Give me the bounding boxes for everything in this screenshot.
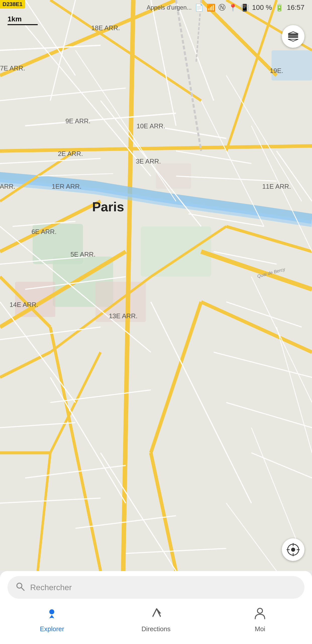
- explorer-label: Explorer: [40, 625, 64, 633]
- svg-text:5E ARR.: 5E ARR.: [70, 251, 96, 258]
- svg-text:11E ARR.: 11E ARR.: [262, 183, 291, 190]
- svg-rect-7: [272, 50, 312, 80]
- bottom-panel: Rechercher Explorer Directions: [0, 571, 312, 644]
- layers-button[interactable]: [282, 25, 304, 48]
- svg-point-107: [49, 609, 54, 614]
- svg-text:ARR.: ARR.: [0, 183, 15, 190]
- svg-marker-98: [288, 39, 298, 41]
- svg-text:2E ARR.: 2E ARR.: [58, 150, 83, 157]
- svg-text:7E ARR.: 7E ARR.: [0, 64, 25, 72]
- badge-text: D238E1: [3, 1, 23, 7]
- svg-text:19E.: 19E.: [270, 67, 283, 74]
- svg-text:6E ARR.: 6E ARR.: [31, 228, 57, 235]
- svg-rect-96: [288, 36, 298, 38]
- svg-text:Paris: Paris: [92, 199, 124, 214]
- svg-marker-97: [288, 32, 298, 34]
- svg-rect-3: [141, 226, 211, 277]
- nav-item-directions[interactable]: Directions: [104, 606, 208, 633]
- svg-text:3E ARR.: 3E ARR.: [136, 157, 161, 165]
- scale-text: 1km: [8, 15, 38, 23]
- search-icon: [15, 581, 25, 594]
- svg-text:18E ARR.: 18E ARR.: [91, 24, 120, 32]
- svg-text:1ER ARR.: 1ER ARR.: [52, 183, 82, 190]
- road-badge: D238E1: [0, 0, 25, 9]
- svg-text:14E ARR.: 14E ARR.: [10, 301, 38, 308]
- nav-item-explorer[interactable]: Explorer: [0, 606, 104, 633]
- explorer-icon: [45, 606, 59, 623]
- map-svg: 18E ARR. 19E. 7E ARR. ARR. 9E ARR. 10E A…: [0, 0, 312, 571]
- search-bar[interactable]: Rechercher: [8, 576, 304, 599]
- moi-label: Moi: [255, 625, 265, 633]
- scale-indicator: 1km: [8, 15, 38, 25]
- layers-icon: [287, 30, 299, 43]
- scale-line: [8, 24, 38, 25]
- bottom-nav: Explorer Directions Moi: [0, 604, 312, 644]
- my-location-button[interactable]: [282, 538, 304, 561]
- svg-text:10E ARR.: 10E ARR.: [137, 122, 165, 130]
- svg-text:13E ARR.: 13E ARR.: [109, 312, 138, 320]
- nav-item-moi[interactable]: Moi: [208, 606, 312, 633]
- svg-text:9E ARR.: 9E ARR.: [65, 117, 91, 125]
- location-target-icon: [287, 543, 300, 556]
- moi-icon: [253, 606, 267, 623]
- map-container[interactable]: 18E ARR. 19E. 7E ARR. ARR. 9E ARR. 10E A…: [0, 0, 312, 571]
- directions-label: Directions: [142, 625, 171, 633]
- directions-icon: [149, 606, 163, 623]
- search-placeholder: Rechercher: [30, 583, 72, 592]
- svg-rect-95: [288, 34, 298, 36]
- svg-line-106: [21, 587, 24, 590]
- svg-point-109: [257, 608, 262, 613]
- svg-point-100: [291, 548, 295, 552]
